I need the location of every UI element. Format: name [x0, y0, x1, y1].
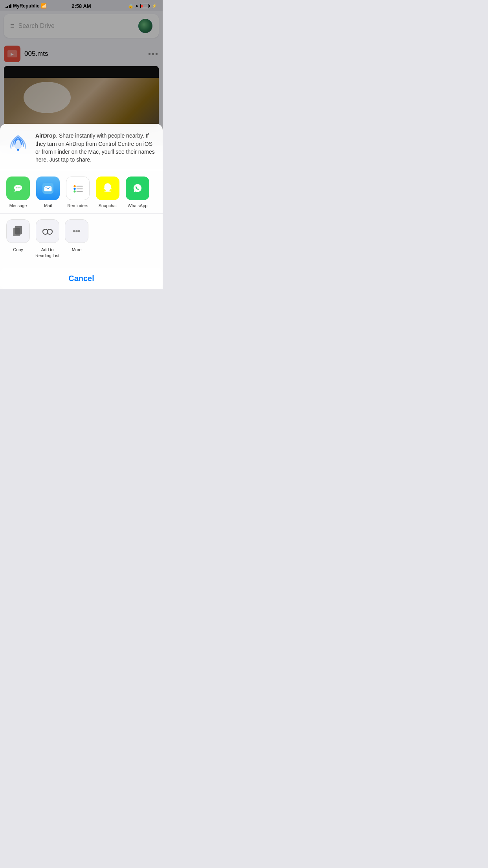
svg-point-29	[78, 230, 81, 233]
location-icon: ➤	[135, 4, 139, 9]
battery-indicator	[140, 4, 150, 8]
svg-point-12	[73, 191, 75, 193]
copy-label: Copy	[13, 247, 23, 252]
svg-rect-20	[15, 226, 22, 235]
status-left: MyRepublic 📶	[6, 3, 47, 9]
app-item-message[interactable]: Message	[3, 177, 33, 208]
app-item-mail[interactable]: Mail	[33, 177, 63, 208]
svg-point-11	[73, 188, 75, 190]
airdrop-description: AirDrop. Share instantly with people nea…	[35, 132, 156, 164]
snapchat-icon	[96, 177, 119, 200]
app-item-snapchat[interactable]: Snapchat	[93, 177, 123, 208]
svg-point-6	[19, 188, 20, 189]
mail-label: Mail	[44, 203, 52, 208]
apps-row: Message Mail	[0, 170, 163, 214]
svg-point-10	[73, 185, 75, 187]
message-label: Message	[9, 203, 27, 208]
message-icon	[6, 177, 30, 200]
svg-point-4	[16, 188, 17, 189]
app-item-whatsapp[interactable]: WhatsApp	[123, 177, 152, 208]
lock-icon: 🔒	[128, 4, 134, 9]
svg-rect-9	[70, 180, 86, 196]
action-copy[interactable]: Copy	[6, 219, 30, 258]
svg-point-0	[17, 149, 19, 151]
bolt-icon: ⚡	[152, 4, 157, 9]
cancel-button[interactable]: Cancel	[68, 274, 94, 283]
status-time: 2:58 AM	[72, 3, 91, 9]
status-bar: MyRepublic 📶 2:58 AM 🔒 ➤ ⚡	[0, 0, 163, 11]
whatsapp-icon	[126, 177, 149, 200]
copy-icon	[6, 219, 30, 243]
action-reading-list[interactable]: Add to Reading List	[35, 219, 59, 258]
wifi-icon: 📶	[41, 3, 47, 9]
reminders-icon	[66, 177, 90, 200]
share-sheet: AirDrop. Share instantly with people nea…	[0, 124, 163, 289]
svg-point-28	[75, 230, 78, 233]
more-label: More	[72, 247, 82, 252]
more-icon	[65, 219, 88, 243]
action-more[interactable]: More	[65, 219, 88, 258]
app-item-reminders[interactable]: Reminders	[63, 177, 93, 208]
cancel-bar[interactable]: Cancel	[0, 268, 163, 289]
airdrop-icon	[6, 132, 30, 155]
svg-point-5	[18, 188, 19, 189]
signal-bars	[6, 4, 11, 8]
airdrop-title: AirDrop	[35, 132, 56, 139]
reminders-label: Reminders	[67, 203, 88, 208]
reading-list-label: Add to Reading List	[35, 247, 59, 258]
svg-point-27	[73, 230, 75, 233]
status-right: 🔒 ➤ ⚡	[128, 4, 157, 9]
mail-icon	[36, 177, 60, 200]
airdrop-section[interactable]: AirDrop. Share instantly with people nea…	[0, 124, 163, 170]
reading-list-icon	[36, 219, 59, 243]
whatsapp-label: WhatsApp	[128, 203, 148, 208]
carrier-name: MyRepublic	[13, 3, 39, 9]
snapchat-label: Snapchat	[99, 203, 117, 208]
actions-row: Copy Add to Reading List	[0, 214, 163, 265]
